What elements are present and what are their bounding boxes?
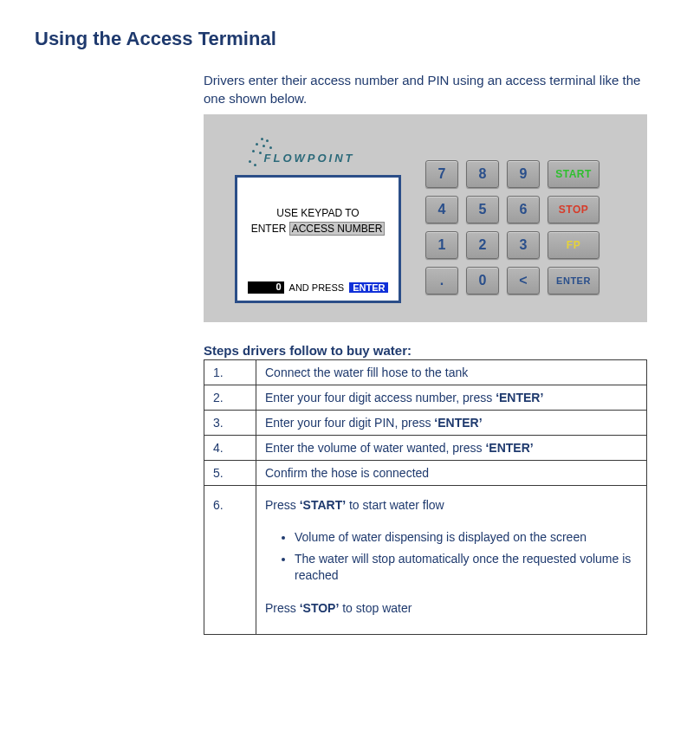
key-0[interactable]: 0 [466, 267, 499, 294]
key-start[interactable]: START [548, 160, 600, 188]
table-row: 2. Enter your four digit access number, … [204, 385, 647, 411]
step-text-bold: ‘ENTER’ [496, 391, 543, 404]
screen-input-field: 0 [248, 281, 284, 294]
key-stop[interactable]: STOP [548, 196, 600, 223]
key-8[interactable]: 8 [466, 160, 499, 188]
screen-input-row: 0 AND PRESS ENTER [246, 281, 390, 294]
table-row: 5. Confirm the hose is connected [204, 461, 647, 486]
table-row: 6. Press ‘START’ to start water flow Vol… [204, 486, 647, 635]
content-column: Drivers enter their access number and PI… [204, 71, 665, 635]
screen-line1: USE KEYPAD TO [276, 207, 359, 219]
page-title: Using the Access Terminal [35, 28, 665, 50]
step-number: 5. [204, 461, 256, 486]
key-5[interactable]: 5 [466, 196, 499, 223]
key-back[interactable]: < [507, 267, 540, 294]
screen-message: USE KEYPAD TO ENTER ACCESS NUMBER [246, 190, 390, 236]
brand-dots-icon [245, 138, 280, 169]
step6-bullet: Volume of water dispensing is displayed … [295, 529, 638, 546]
screen-and-press: AND PRESS [289, 282, 345, 293]
step6-press-pre: Press [265, 498, 300, 512]
table-row: 1. Connect the water fill hose to the ta… [204, 360, 647, 385]
steps-heading: Steps drivers follow to buy water: [204, 343, 665, 358]
step-number: 6. [204, 486, 256, 635]
key-dot[interactable]: . [425, 267, 458, 294]
step-text-bold: ‘ENTER’ [485, 441, 533, 455]
terminal-screen-area: FLOWPOINT USE KEYPAD TO ENTER ACCESS NUM… [235, 143, 401, 314]
intro-text: Drivers enter their access number and PI… [204, 71, 665, 107]
step-text: Enter the volume of water wanted, press … [256, 436, 647, 461]
step-text-bold: ‘ENTER’ [434, 416, 482, 430]
key-9[interactable]: 9 [507, 160, 540, 188]
step6-stop-bold: ‘STOP’ [300, 601, 340, 615]
step-text-pre: Enter your four digit PIN, press [265, 416, 434, 430]
terminal-keypad: 7 8 9 START 4 5 6 STOP 1 2 3 FP . 0 < EN… [425, 160, 600, 294]
key-2[interactable]: 2 [466, 231, 499, 259]
key-6[interactable]: 6 [507, 196, 540, 223]
key-enter[interactable]: ENTER [548, 267, 600, 294]
step-number: 3. [204, 411, 256, 436]
brand-logo: FLOWPOINT [256, 143, 355, 170]
step6-bullet: The water will stop automatically once t… [295, 551, 638, 584]
step6-press-bold: ‘START’ [300, 498, 346, 512]
key-4[interactable]: 4 [425, 196, 458, 223]
page: Using the Access Terminal Drivers enter … [0, 0, 700, 670]
step-text: Enter your four digit PIN, press ‘ENTER’ [256, 411, 647, 436]
step6-press-post: to start water flow [346, 498, 444, 512]
step-text: Enter your four digit access number, pre… [256, 385, 647, 411]
step-text-pre: Enter the volume of water wanted, press [265, 441, 485, 455]
screen-line2-highlight: ACCESS NUMBER [289, 222, 386, 236]
terminal-illustration: FLOWPOINT USE KEYPAD TO ENTER ACCESS NUM… [204, 114, 647, 322]
step-text-pre: Enter your four digit access number, pre… [265, 391, 496, 404]
key-3[interactable]: 3 [507, 231, 540, 259]
table-row: 3. Enter your four digit PIN, press ‘ENT… [204, 411, 647, 436]
step-text: Press ‘START’ to start water flow Volume… [256, 486, 647, 635]
step6-bullets: Volume of water dispensing is displayed … [295, 529, 638, 584]
terminal-screen: USE KEYPAD TO ENTER ACCESS NUMBER 0 AND … [235, 175, 401, 303]
table-row: 4. Enter the volume of water wanted, pre… [204, 436, 647, 461]
screen-enter-chip: ENTER [349, 282, 388, 293]
key-1[interactable]: 1 [425, 231, 458, 259]
step-text: Confirm the hose is connected [256, 461, 647, 486]
step-text: Connect the water fill hose to the tank [256, 360, 647, 385]
step6-stop-pre: Press [265, 601, 300, 615]
steps-table: 1. Connect the water fill hose to the ta… [204, 359, 647, 635]
key-fp[interactable]: FP [548, 231, 600, 259]
step-number: 1. [204, 360, 256, 385]
key-7[interactable]: 7 [425, 160, 458, 188]
step-number: 4. [204, 436, 256, 461]
step6-stop-post: to stop water [339, 601, 412, 615]
screen-line2-prefix: ENTER [251, 223, 287, 235]
step-number: 2. [204, 385, 256, 411]
